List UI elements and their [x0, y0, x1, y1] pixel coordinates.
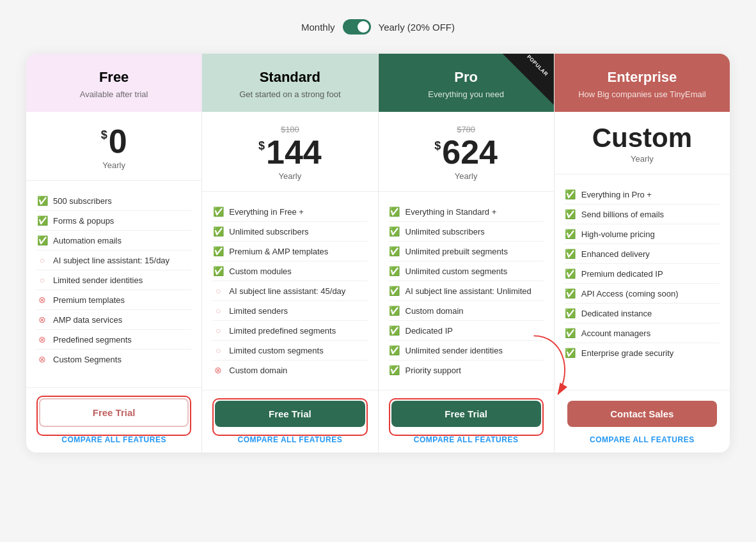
feature-item: ✅ AI subject line assistant: Unlimited [389, 281, 544, 301]
feature-text: Limited sender identities [53, 275, 143, 285]
x-icon: ⊗ [36, 334, 48, 345]
plan-desc-free: Available after trial [39, 89, 189, 99]
cta-wrapper-enterprise: Contact Sales [567, 401, 717, 433]
feature-text: AI subject line assistant: 15/day [53, 256, 169, 265]
plan-price-standard: $180 $ 144 Yearly [202, 112, 377, 192]
feature-item: ○ Limited predefined segments [212, 321, 367, 341]
check-icon: ✅ [212, 245, 224, 257]
feature-text: Limited custom segments [229, 346, 323, 355]
compare-link-free[interactable]: COMPARE ALL FEATURES [61, 435, 166, 444]
check-icon: ✅ [565, 288, 576, 299]
feature-item: ✅ 500 subscribers [36, 191, 191, 211]
feature-item: ✅ Unlimited custom segments [389, 261, 544, 281]
feature-text: Unlimited custom segments [406, 267, 508, 276]
check-icon: ✅ [389, 305, 400, 316]
plan-footer-free: Free Trial COMPARE ALL FEATURES [26, 387, 201, 453]
price-currency-pro: $ [434, 139, 441, 153]
feature-item: ✅ API Access (coming soon) [565, 284, 720, 304]
compare-link-pro[interactable]: COMPARE ALL FEATURES [414, 435, 519, 444]
feature-text: Account managers [581, 329, 650, 338]
feature-item: ✅ Enhanced delivery [565, 244, 720, 264]
partial-icon: ○ [212, 285, 224, 297]
cta-button-enterprise[interactable]: Contact Sales [567, 401, 717, 427]
plan-footer-pro: Free Trial COMPARE ALL FEATURES [379, 390, 554, 453]
plan-header-enterprise: Enterprise How Big companies use TinyEma… [555, 54, 730, 112]
plan-pro: POPULAR Pro Everything you need $780 $ 6… [379, 54, 555, 453]
feature-item: ○ AI subject line assistant: 45/day [212, 281, 367, 301]
cta-wrapper-standard: Free Trial [215, 401, 365, 433]
price-amount-standard: 144 [266, 136, 322, 169]
check-icon: ✅ [565, 268, 576, 279]
check-icon: ✅ [565, 208, 576, 220]
price-period-free: Yearly [39, 160, 189, 170]
feature-text: Forms & popups [53, 216, 114, 226]
feature-item: ○ AI subject line assistant: 15/day [36, 251, 191, 270]
plan-header-standard: Standard Get started on a strong foot [202, 54, 377, 112]
feature-item: ⊗ Predefined segments [36, 330, 191, 350]
check-icon: ✅ [565, 189, 576, 200]
feature-text: High-volume pricing [581, 229, 655, 239]
feature-text: 500 subscribers [53, 196, 112, 206]
feature-item: ✅ Dedicated IP [389, 321, 544, 341]
plan-price-free: $ 0 Yearly [26, 112, 201, 181]
check-icon: ✅ [565, 327, 576, 339]
feature-text: Priority support [406, 366, 461, 375]
cta-button-pro[interactable]: Free Trial [391, 401, 541, 427]
check-icon: ✅ [565, 248, 576, 259]
plan-features-enterprise: ✅ Everything in Pro + ✅ Send billions of… [555, 174, 730, 390]
x-icon: ⊗ [212, 364, 224, 376]
feature-text: Custom modules [229, 267, 292, 276]
plan-header-free: Free Available after trial [26, 54, 201, 112]
price-amount-pro: 624 [442, 136, 498, 169]
feature-text: AI subject line assistant: 45/day [229, 286, 345, 296]
price-currency-standard: $ [258, 139, 265, 153]
check-icon: ✅ [389, 345, 400, 356]
feature-item: ✅ Premium dedicated IP [565, 264, 720, 284]
feature-item: ⊗ Custom Segments [36, 350, 191, 369]
feature-item: ⊗ Custom domain [212, 360, 367, 380]
feature-item: ○ Limited sender identities [36, 270, 191, 290]
feature-item: ✅ Automation emails [36, 231, 191, 251]
check-icon: ✅ [389, 285, 400, 297]
check-icon: ✅ [389, 325, 400, 336]
feature-text: Unlimited subscribers [229, 227, 308, 236]
compare-link-enterprise[interactable]: COMPARE ALL FEATURES [590, 435, 695, 444]
plan-desc-standard: Get started on a strong foot [215, 89, 365, 99]
feature-text: Unlimited prebuilt segments [406, 247, 508, 256]
billing-toggle[interactable]: Monthly Yearly (20% OFF) [301, 19, 455, 35]
cta-button-standard[interactable]: Free Trial [215, 401, 365, 427]
price-amount-enterprise: Custom [567, 125, 717, 151]
check-icon: ✅ [212, 226, 224, 237]
feature-item: ✅ Enterprise grade security [565, 343, 720, 362]
compare-link-standard[interactable]: COMPARE ALL FEATURES [238, 435, 343, 444]
plan-footer-enterprise: Contact Sales COMPARE ALL FEATURES [555, 390, 730, 453]
yearly-label: Yearly (20% OFF) [379, 22, 455, 33]
plan-standard: Standard Get started on a strong foot $1… [202, 54, 378, 453]
feature-item: ✅ Custom modules [212, 261, 367, 281]
price-period-enterprise: Yearly [567, 154, 717, 164]
plans-container: Free Available after trial $ 0 Yearly ✅ … [26, 54, 730, 453]
feature-item: ✅ Everything in Free + [212, 202, 367, 222]
plan-price-enterprise: Custom Yearly [555, 112, 730, 174]
feature-text: Limited senders [229, 306, 288, 316]
toggle-switch[interactable] [343, 19, 371, 35]
feature-text: Unlimited subscribers [406, 227, 485, 236]
cta-button-free[interactable]: Free Trial [39, 398, 189, 427]
check-icon: ✅ [565, 228, 576, 240]
feature-text: Dedicated IP [406, 326, 453, 336]
price-currency-free: $ [101, 128, 107, 142]
feature-text: Send billions of emails [581, 210, 664, 219]
feature-text: Limited predefined segments [229, 326, 336, 336]
check-icon: ✅ [389, 265, 400, 277]
feature-item: ✅ Unlimited subscribers [212, 222, 367, 242]
cta-wrapper-pro: Free Trial [391, 401, 541, 433]
feature-text: Automation emails [53, 236, 122, 245]
feature-text: AMP data services [53, 315, 122, 325]
feature-text: Premium dedicated IP [581, 269, 663, 279]
check-icon: ✅ [36, 215, 48, 226]
check-icon: ✅ [36, 195, 48, 206]
feature-item: ✅ Premium & AMP templates [212, 242, 367, 261]
plan-enterprise: Enterprise How Big companies use TinyEma… [555, 54, 730, 453]
feature-text: Dedicated instance [581, 309, 652, 318]
feature-item: ✅ Send billions of emails [565, 205, 720, 224]
